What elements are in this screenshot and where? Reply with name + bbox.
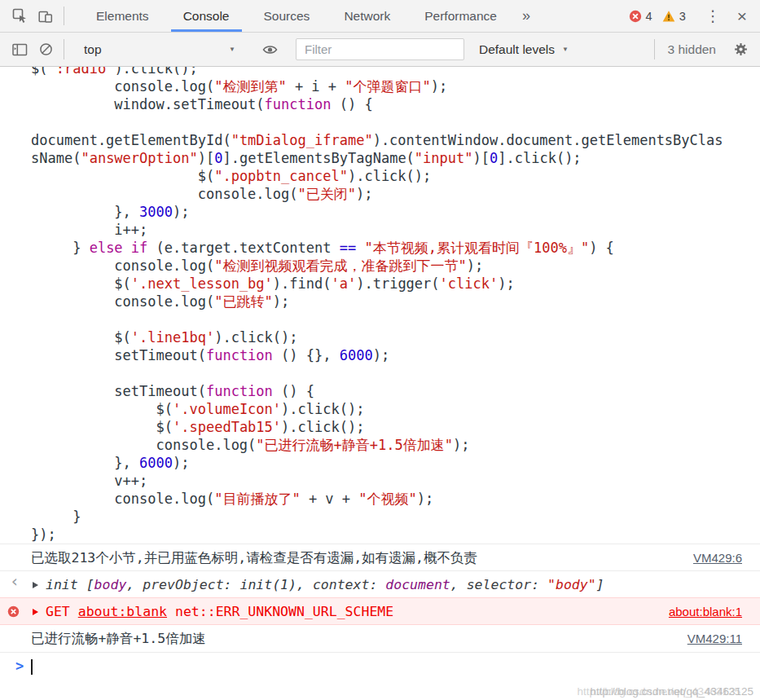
tab-console[interactable]: Console [166, 0, 247, 32]
log-message-text: 已进行流畅+静音+1.5倍加速 [31, 631, 206, 646]
warning-count[interactable]: 3 [679, 10, 686, 23]
tab-performance[interactable]: Performance [407, 0, 514, 32]
console-output: $(':radio').click(); console.log("检测到第" … [0, 67, 760, 700]
code-line: $(':radio').click(); [31, 67, 760, 77]
code-line: $('.next_lesson_bg').find('a').trigger('… [31, 275, 760, 293]
code-line: v++; [31, 472, 760, 490]
error-url-link[interactable]: about:blank [78, 604, 167, 619]
code-line: } else if (e.target.textContent == "本节视频… [31, 239, 760, 257]
more-tabs-icon[interactable]: » [514, 0, 538, 32]
code-line: $(".popbtn_cancel").click(); [31, 167, 760, 185]
code-line: console.log("已关闭"); [31, 185, 760, 203]
toolbar-divider [64, 7, 64, 25]
code-line: } [31, 508, 760, 526]
watermark: http://blog.csdn.net/qq_43463125 http://… [477, 683, 753, 698]
code-line: window.setTimeout(function () { [31, 95, 760, 113]
code-line: setTimeout(function () { [31, 382, 760, 400]
status-badges: 4 3 ⋮ × [629, 0, 760, 32]
code-line: $('.speedTab15').click(); [31, 418, 760, 436]
console-prompt[interactable]: > [0, 652, 760, 680]
console-filter-input[interactable] [296, 38, 464, 60]
code-line: }, 6000); [31, 454, 760, 472]
code-line: $('.line1bq').click(); [31, 328, 760, 346]
source-location-link[interactable]: VM429:11 [671, 631, 742, 646]
tab-sources[interactable]: Sources [247, 0, 327, 32]
expand-triangle-icon[interactable] [33, 609, 38, 615]
console-code: $(':radio').click(); console.log("检测到第" … [0, 67, 760, 544]
settings-gear-icon[interactable] [727, 42, 753, 56]
toolbar-divider [654, 39, 655, 59]
close-devtools-icon[interactable]: × [731, 7, 753, 26]
error-circle-icon [7, 605, 20, 618]
chevron-down-icon: ▼ [229, 46, 235, 53]
prompt-chevron-icon: > [15, 658, 24, 674]
error-badge-icon[interactable] [629, 10, 642, 23]
tab-network[interactable]: Network [327, 0, 407, 32]
devtools-tab-bar: Elements Console Sources Network Perform… [0, 0, 760, 33]
error-method: GET [46, 604, 78, 619]
error-count[interactable]: 4 [646, 10, 652, 23]
console-message-error: GET about:blank net::ERR_UNKNOWN_URL_SCH… [0, 597, 760, 625]
code-line: i++; [31, 221, 760, 239]
clear-console-icon[interactable] [33, 42, 59, 56]
warning-badge-icon[interactable] [662, 10, 675, 23]
live-expression-eye-icon[interactable] [257, 42, 283, 57]
expand-triangle-icon[interactable] [33, 582, 38, 588]
code-line: document.getElementById("tmDialog_iframe… [31, 131, 760, 149]
execution-context-selector[interactable]: top ▼ [72, 42, 245, 57]
watermark-text: http://blog.csdn.net/qq_43463125 [591, 685, 753, 698]
hidden-messages-label[interactable]: 3 hidden [668, 42, 716, 57]
result-preview[interactable]: init [body, prevObject: init(1), context… [46, 577, 604, 592]
eval-result-icon: ‹ [10, 574, 20, 589]
code-line: }); [31, 526, 760, 544]
code-line [31, 310, 760, 328]
code-line: console.log("已跳转"); [31, 293, 760, 310]
code-line: sName("answerOption")[0].getElementsByTa… [31, 149, 760, 167]
devtools-window: Elements Console Sources Network Perform… [0, 0, 760, 700]
source-location-link[interactable]: about:blank:1 [652, 604, 742, 619]
panel-tabs: Elements Console Sources Network Perform… [79, 0, 538, 32]
source-location-link[interactable]: VM429:6 [677, 550, 742, 566]
code-line [31, 364, 760, 382]
code-line: setTimeout(function () {}, 6000); [31, 346, 760, 364]
code-line: console.log("检测到视频观看完成，准备跳到下一节"); [31, 257, 760, 275]
error-reason: net::ERR_UNKNOWN_URL_SCHEME [167, 604, 393, 619]
text-caret [31, 659, 33, 675]
kebab-menu-icon[interactable]: ⋮ [696, 7, 731, 25]
console-sidebar-toggle-icon[interactable] [7, 43, 33, 56]
levels-label: Default levels [479, 42, 555, 57]
code-line [31, 113, 760, 131]
console-toolbar: top ▼ Default levels ▼ 3 hidden [0, 33, 760, 67]
watermark-text: http://blog.csdn.net/qq_43463125 [578, 685, 740, 698]
toolbar-divider [64, 39, 64, 59]
error-message-text: GET about:blank net::ERR_UNKNOWN_URL_SCH… [46, 604, 393, 619]
log-message-text: 已选取213个小节,并已用蓝色标明,请检查是否有遗漏,如有遗漏,概不负责 [31, 550, 477, 566]
code-line: $('.volumeIcon').click(); [31, 400, 760, 418]
console-message-result: ‹ init [body, prevObject: init(1), conte… [0, 570, 760, 597]
console-message-log: 已选取213个小节,并已用蓝色标明,请检查是否有遗漏,如有遗漏,概不负责 VM4… [0, 544, 760, 570]
device-toolbar-icon[interactable] [33, 0, 59, 32]
tab-elements[interactable]: Elements [79, 0, 166, 32]
context-label: top [84, 42, 102, 57]
code-line: }, 3000); [31, 203, 760, 221]
inspect-element-icon[interactable] [7, 0, 33, 32]
code-line: console.log("目前播放了" + v + "个视频"); [31, 490, 760, 508]
chevron-down-icon: ▼ [562, 46, 569, 53]
console-message-log: 已进行流畅+静音+1.5倍加速 VM429:11 [0, 625, 760, 652]
code-line: console.log("已进行流畅+静音+1.5倍加速"); [31, 436, 760, 454]
log-levels-dropdown[interactable]: Default levels ▼ [479, 42, 569, 57]
code-line: console.log("检测到第" + i + "个弹题窗口"); [31, 77, 760, 95]
